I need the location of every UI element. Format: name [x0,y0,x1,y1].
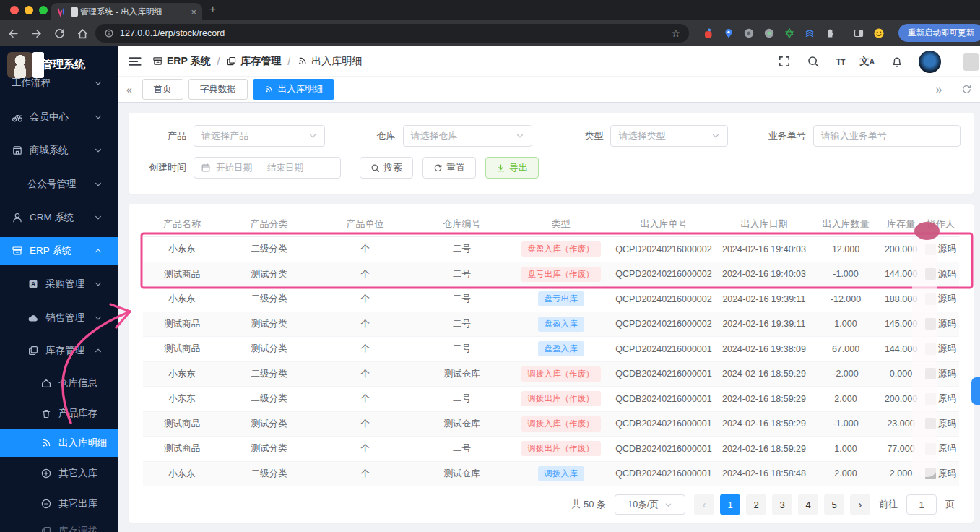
prev-page-button[interactable]: ‹ [694,494,714,515]
warehouse-select[interactable]: 请选择仓库 [403,125,533,147]
table-row[interactable]: 小东东二级分类个二号盘亏出库QCPD202402160000022024-02-… [143,287,959,312]
home-icon[interactable] [72,23,92,43]
sidebar-item-official-account[interactable]: 公众号管理 [0,171,118,198]
type-select[interactable]: 请选择类型 [610,125,727,147]
sidebar-item-product-stock[interactable]: 产品库存 [0,400,118,427]
create-time-filter-label: 创建时间 [142,161,186,174]
floating-side-button[interactable] [971,377,980,405]
sidebar-item-inventory[interactable]: 库存管理 [0,337,118,364]
page-number-1[interactable]: 1 [720,494,740,515]
chevron-down-icon [94,79,103,87]
refresh-tab-icon[interactable] [953,77,980,102]
fullscreen-icon[interactable] [778,55,792,69]
extensions-puzzle-icon[interactable] [823,27,836,40]
page-size-select[interactable]: 10条/页 [615,494,685,515]
site-info-icon[interactable] [104,28,114,38]
goto-page-input[interactable] [906,494,937,515]
table-row[interactable]: 小东东二级分类个测试仓库调拨入库QCDB202402160000012024-0… [143,462,959,487]
type-badge: 调拨入库（作废） [521,416,601,432]
url-bar[interactable]: 127.0.0.1/erp/stock/record ☆ [95,24,689,43]
page-tab-dict[interactable]: 字典数据 [188,79,248,100]
date-range-picker[interactable]: 开始日期 – 结束日期 [194,157,341,179]
emoji-profile-icon[interactable] [872,27,885,40]
cell-order-no: QCDB20240216000001 [611,468,716,479]
cell-warehouse: 测试仓库 [413,468,511,480]
table-row[interactable]: 小东东二级分类个二号调拨出库（作废）QCDB202402160000012024… [143,387,959,412]
table-row[interactable]: 小东东二级分类个测试仓库调拨入库（作废）QCDB2024021600000120… [143,362,959,387]
window-close-button[interactable] [10,6,19,14]
extension-icon[interactable] [763,27,775,40]
tab-close-icon[interactable]: × [191,7,196,17]
order-no-input[interactable]: 请输入业务单号 [813,125,961,147]
sidebar-item-crm-system[interactable]: CRM 系统 [0,204,118,231]
table-row[interactable]: 测试商品测试分类个二号盘亏出库（作废）QCPD20240216000002202… [143,262,959,288]
search-icon[interactable] [807,55,820,69]
sidebar-item-label: 采购管理 [45,278,84,291]
cell-category: 二级分类 [221,243,317,255]
browser-tab[interactable]: 管理系统 - 出入库明细 × [51,3,202,20]
sidebar-item-stock-transfer[interactable]: 库存调拨 [0,518,118,532]
breadcrumb-item[interactable]: 出入库明细 [297,55,362,68]
extension-icon[interactable] [742,27,755,40]
redaction-box [925,343,936,355]
notification-bell-icon[interactable] [890,55,903,69]
page-number-3[interactable]: 3 [772,494,792,515]
page-tab-stock-record[interactable]: 出入库明细 [253,79,335,100]
sidebar-item-mall-system[interactable]: 商城系统 [0,137,118,164]
font-size-icon[interactable]: TT [836,56,844,67]
sidebar-item-sales[interactable]: 销售管理 [0,304,118,332]
new-tab-button[interactable]: + [209,3,216,16]
search-button[interactable]: 搜索 [360,157,413,179]
reload-icon[interactable] [49,23,69,43]
extension-icon[interactable] [722,27,734,40]
window-minimize-button[interactable] [25,6,33,14]
home-icon [40,377,52,389]
cell-unit: 个 [317,392,413,405]
sidebar-item-label: ERP 系统 [30,244,71,257]
page-tab-home[interactable]: 首页 [142,79,183,100]
reset-button[interactable]: 重置 [422,157,476,179]
extension-icon[interactable] [803,27,815,40]
scroll-tabs-left-icon[interactable]: « [126,84,132,95]
sidebar-item-warehouse-info[interactable]: 仓库信息 [0,369,118,397]
extension-icon[interactable] [783,27,795,40]
table-row[interactable]: 测试商品测试分类个二号调拨出库（作废）QCDB20240216000001202… [143,437,959,462]
bookmark-star-icon[interactable]: ☆ [671,27,680,39]
cell-qty: -12.000 [812,294,880,304]
next-page-button[interactable]: › [850,494,870,515]
language-icon[interactable]: 文A [859,55,875,68]
breadcrumb-item[interactable]: ERP 系统 [152,55,210,68]
sidebar-item-member-center[interactable]: 会员中心 [0,103,118,131]
sidebar-item-stock-record[interactable]: 出入库明细 [0,429,118,457]
table-row[interactable]: 测试商品测试分类个二号盘盈入库QCPD202402160000022024-02… [143,312,959,338]
table-row[interactable]: 小东东二级分类个二号盘盈入库（作废）QCPD202402160000022024… [143,237,959,262]
sidebar-item-erp-system[interactable]: ERP 系统 [0,237,118,265]
sidebar-item-workflow[interactable]: 工作流程 [0,69,118,97]
sidebar-item-other-in[interactable]: 其它入库 [0,460,118,487]
window-zoom-button[interactable] [39,6,48,14]
table-row[interactable]: 测试商品测试分类个测试仓库调拨入库（作废）QCDB202402160000012… [143,412,959,437]
cell-date: 2024-02-16 19:39:11 [716,294,812,304]
scroll-tabs-right-icon[interactable]: » [925,77,953,102]
product-select[interactable]: 请选择产品 [194,125,325,147]
extension-icon[interactable] [702,27,714,40]
cell-category: 测试分类 [221,318,317,330]
page-number-2[interactable]: 2 [746,494,766,515]
user-avatar[interactable] [919,51,941,73]
page-number-5[interactable]: 5 [824,494,844,515]
collapse-menu-icon[interactable] [128,54,142,69]
forward-icon[interactable] [26,23,46,43]
page-number-4[interactable]: 4 [798,494,818,515]
table-row[interactable]: 测试商品测试分类个二号盘盈入库QCPD202402160000012024-02… [143,337,959,362]
signal-icon [297,56,308,66]
split-view-icon[interactable] [852,27,864,40]
sidebar-item-purchase[interactable]: A采购管理 [0,270,118,298]
breadcrumb-label: 出入库明细 [311,55,362,68]
cell-order-no: QCPD20240216000002 [611,244,716,254]
cell-product: 小东东 [143,392,221,405]
browser-update-button[interactable]: 重新启动即可更新 [898,24,980,42]
sidebar-item-other-out[interactable]: 其它出库 [0,490,118,518]
back-icon[interactable] [3,23,23,43]
export-button[interactable]: 导出 [485,157,539,179]
breadcrumb-item[interactable]: 库存管理 [226,55,281,68]
